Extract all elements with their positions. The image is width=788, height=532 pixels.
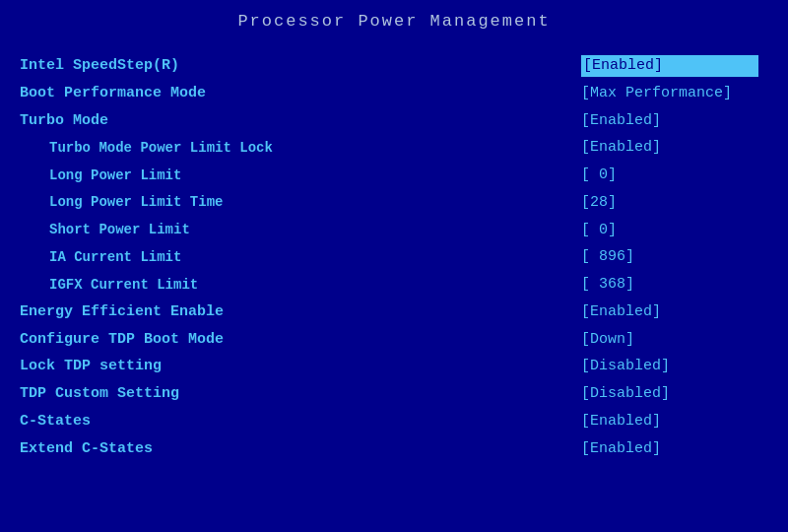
menu-item-value: [ 368] — [581, 274, 758, 296]
menu-item-label: TDP Custom Setting — [20, 383, 179, 405]
menu-item[interactable]: Lock TDP setting[Disabled] — [20, 353, 758, 380]
menu-item-label: Short Power Limit — [20, 220, 190, 239]
menu-item[interactable]: IGFX Current Limit[ 368] — [20, 271, 758, 299]
menu-item[interactable]: TDP Custom Setting[Disabled] — [20, 380, 758, 408]
menu-item-label: Turbo Mode Power Limit Lock — [20, 138, 273, 158]
menu-item-label: Extend C-States — [20, 438, 153, 460]
menu-item[interactable]: Configure TDP Boot Mode[Down] — [20, 326, 758, 354]
menu-item-label: IA Current Limit — [20, 247, 181, 267]
menu-item[interactable]: Extend C-States[Enabled] — [20, 435, 758, 463]
menu-item-value: [Enabled] — [581, 110, 758, 132]
menu-item-label: Long Power Limit — [20, 166, 181, 185]
menu-item-label: Intel SpeedStep(R) — [20, 55, 179, 77]
menu-item-label: Lock TDP setting — [20, 356, 162, 377]
menu-item-value: [Enabled] — [581, 55, 758, 77]
menu-item-label: C-States — [20, 411, 91, 432]
menu-item[interactable]: Long Power Limit[ 0] — [20, 162, 758, 189]
menu-item[interactable]: Turbo Mode Power Limit Lock[Enabled] — [20, 134, 758, 162]
menu-item[interactable]: Turbo Mode[Enabled] — [20, 107, 758, 135]
menu-item-value: [28] — [581, 192, 758, 214]
menu-content: Intel SpeedStep(R)[Enabled]Boot Performa… — [0, 42, 788, 472]
menu-item[interactable]: Boot Performance Mode[Max Performance] — [20, 80, 758, 107]
menu-item-value: [ 0] — [581, 220, 758, 241]
menu-item-label: Long Power Limit Time — [20, 192, 223, 212]
menu-item-value: [Disabled] — [581, 383, 758, 405]
menu-item[interactable]: C-States[Enabled] — [20, 408, 758, 435]
menu-item[interactable]: Long Power Limit Time[28] — [20, 189, 758, 217]
menu-item-label: Configure TDP Boot Mode — [20, 329, 224, 351]
menu-item-label: IGFX Current Limit — [20, 275, 198, 295]
menu-item[interactable]: Energy Efficient Enable[Enabled] — [20, 299, 758, 326]
menu-item-value: [ 896] — [581, 246, 758, 268]
menu-item-label: Energy Efficient Enable — [20, 301, 224, 323]
bios-screen: Processor Power Management Intel SpeedSt… — [0, 0, 788, 532]
menu-item-label: Boot Performance Mode — [20, 83, 206, 104]
menu-item[interactable]: IA Current Limit[ 896] — [20, 243, 758, 271]
menu-item-value: [Enabled] — [581, 411, 758, 432]
menu-item-value: [Enabled] — [581, 438, 758, 460]
menu-item-value: [Enabled] — [581, 301, 758, 323]
menu-item[interactable]: Intel SpeedStep(R)[Enabled] — [20, 52, 758, 80]
menu-item[interactable]: Short Power Limit[ 0] — [20, 217, 758, 244]
menu-item-value: [Disabled] — [581, 356, 758, 377]
page-title: Processor Power Management — [0, 0, 788, 38]
menu-item-value: [Enabled] — [581, 137, 758, 159]
menu-item-label: Turbo Mode — [20, 110, 108, 132]
menu-item-value: [ 0] — [581, 165, 758, 186]
menu-item-value: [Down] — [581, 329, 758, 351]
menu-item-value: [Max Performance] — [581, 83, 758, 104]
